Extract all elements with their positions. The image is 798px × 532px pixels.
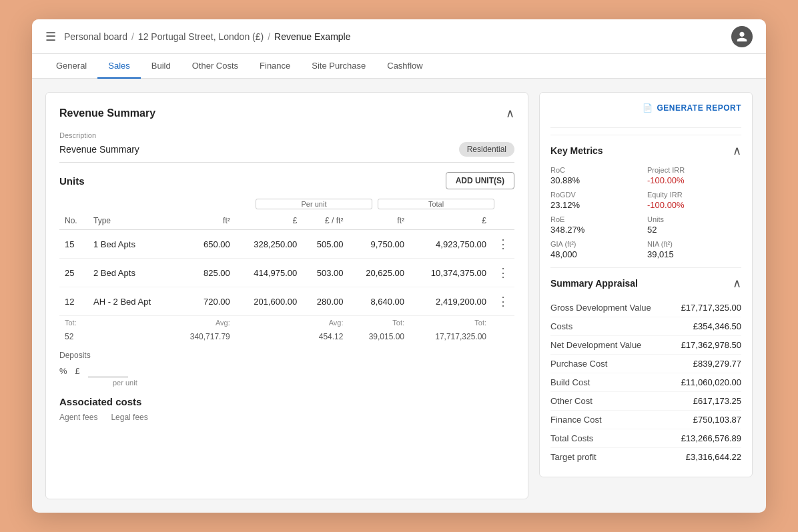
gbp-icon: £ [75,366,80,376]
cell-gbp-ft2: 505.00 [302,230,348,259]
th-total-ft2: ft² [348,212,410,230]
cell-dots[interactable]: ⋮ [492,287,514,316]
tab-general[interactable]: General [45,54,97,79]
tab-sales[interactable]: Sales [97,54,141,79]
metric-label: NIA (ft²) [647,240,741,248]
tab-cashflow[interactable]: Cashflow [376,54,433,79]
tot-totalgbp-label: Tot: [410,316,492,330]
generate-report-button[interactable]: 📄 GENERATE REPORT [550,103,741,121]
residential-badge: Residential [459,142,514,157]
cell-no: 12 [59,287,88,316]
summary-row-value: £839,279.77 [693,359,741,369]
panel-header: Revenue Summary ∧ [59,106,514,121]
summary-header: Summary Appraisal ∧ [550,276,741,291]
metric-value: 39,015 [647,249,741,259]
tot-ft2-label: Avg: [172,316,235,330]
collapse-icon[interactable]: ∧ [506,106,514,121]
summary-collapse-icon[interactable]: ∧ [733,276,741,291]
metrics-collapse-icon[interactable]: ∧ [733,143,741,158]
cell-ft2: 720.00 [172,287,235,316]
tab-site-purchase[interactable]: Site Purchase [301,54,376,79]
cell-type: AH - 2 Bed Apt [88,287,172,316]
cell-ft2: 825.00 [172,259,235,287]
cell-type: 2 Bed Apts [88,259,172,287]
summary-row: Target profit£3,316,644.22 [550,448,741,466]
summary-appraisal-title: Summary Appraisal [550,278,638,289]
units-table: No. Type ft² £ £ / ft² ft² £ 15 1 Bed Ap… [59,212,514,344]
metric-value: -100.00% [647,175,741,185]
metric-item: Equity IRR-100.00% [647,191,741,210]
summary-row-label: Target profit [550,452,596,462]
main-content: Revenue Summary ∧ Description Revenue Su… [32,79,766,513]
metric-label: RoC [550,166,645,174]
key-metrics-title: Key Metrics [550,145,603,156]
deposits-gbp-input[interactable] [88,364,128,377]
row-menu-button[interactable]: ⋮ [497,294,509,309]
summary-row-value: £17,362,978.50 [681,340,741,350]
right-card: 📄 GENERATE REPORT Key Metrics ∧ RoC30.88… [539,92,753,477]
metric-label: RoE [550,215,645,223]
summary-row-value: £3,316,644.22 [686,452,741,462]
tot-totalgbp-val: 17,717,325.00 [410,329,492,344]
row-menu-button[interactable]: ⋮ [497,237,509,251]
tot-gbpft2-val: 454.12 [302,329,348,344]
add-unit-button[interactable]: ADD UNIT(S) [446,172,514,189]
tab-build[interactable]: Build [141,54,181,79]
description-value: Revenue Summary [59,144,139,155]
cell-dots[interactable]: ⋮ [492,259,514,287]
summary-row-label: Costs [550,321,572,331]
table-row: 15 1 Bed Apts 650.00 328,250.00 505.00 9… [59,230,514,259]
cell-total-gbp: 10,374,375.00 [410,259,492,287]
app-window: ☰ Personal board / 12 Portugal Street, L… [32,19,766,513]
right-panel: 📄 GENERATE REPORT Key Metrics ∧ RoC30.88… [539,92,753,499]
panel-title: Revenue Summary [59,107,155,119]
units-title: Units [59,175,85,187]
metric-label: Units [647,215,741,223]
metric-value: 348.27% [550,225,645,235]
legal-fees-label: Legal fees [111,413,147,422]
metric-item: Project IRR-100.00% [647,166,741,185]
metric-item: RoGDV23.12% [550,191,645,210]
cell-gbp: 414,975.00 [236,259,303,287]
cell-ft2: 650.00 [172,230,235,259]
total-col-group: Total [378,199,494,209]
metric-value: -100.00% [647,200,741,210]
generate-report-label: GENERATE REPORT [657,103,741,113]
cell-no: 15 [59,230,88,259]
key-metrics-header: Key Metrics ∧ [550,135,741,158]
metric-label: GIA (ft²) [550,240,645,248]
tot-no-val: 52 [59,329,88,344]
menu-icon[interactable]: ☰ [45,29,56,44]
summary-row-value: £17,717,325.00 [681,303,741,313]
summary-row: Build Cost£11,060,020.00 [550,373,741,392]
deposits-label: Deposits [59,351,514,360]
units-table-wrap: No. Type ft² £ £ / ft² ft² £ 15 1 Bed Ap… [59,212,514,344]
deposits-inputs: % £ [59,364,514,377]
summary-row: Costs£354,346.50 [550,317,741,336]
tab-other-costs[interactable]: Other Costs [181,54,249,79]
avatar[interactable] [731,26,753,47]
metric-value: 48,000 [550,249,645,259]
summary-row-label: Build Cost [550,377,590,387]
cell-type: 1 Bed Apts [88,230,172,259]
metric-label: Equity IRR [647,191,741,199]
description-label: Description [59,131,514,139]
cell-gbp-ft2: 280.00 [302,287,348,316]
row-menu-button[interactable]: ⋮ [497,265,509,280]
breadcrumb-part1: Personal board [64,31,127,42]
tab-finance[interactable]: Finance [249,54,301,79]
per-unit-label: per unit [113,379,514,387]
tot-totalft2-label: Tot: [348,316,410,330]
summary-row-value: £617,173.25 [693,396,741,406]
cell-no: 25 [59,259,88,287]
cell-total-gbp: 4,923,750.00 [410,230,492,259]
cell-total-ft2: 8,640.00 [348,287,410,316]
assoc-costs-title: Associated costs [59,396,514,407]
report-icon: 📄 [643,103,653,113]
th-type: Type [88,212,172,230]
breadcrumb-part2: 12 Portugal Street, London (£) [138,31,264,42]
metric-label: Project IRR [647,166,741,174]
cell-dots[interactable]: ⋮ [492,230,514,259]
summary-row-value: £750,103.87 [693,415,741,425]
summary-row-label: Purchase Cost [550,359,607,369]
